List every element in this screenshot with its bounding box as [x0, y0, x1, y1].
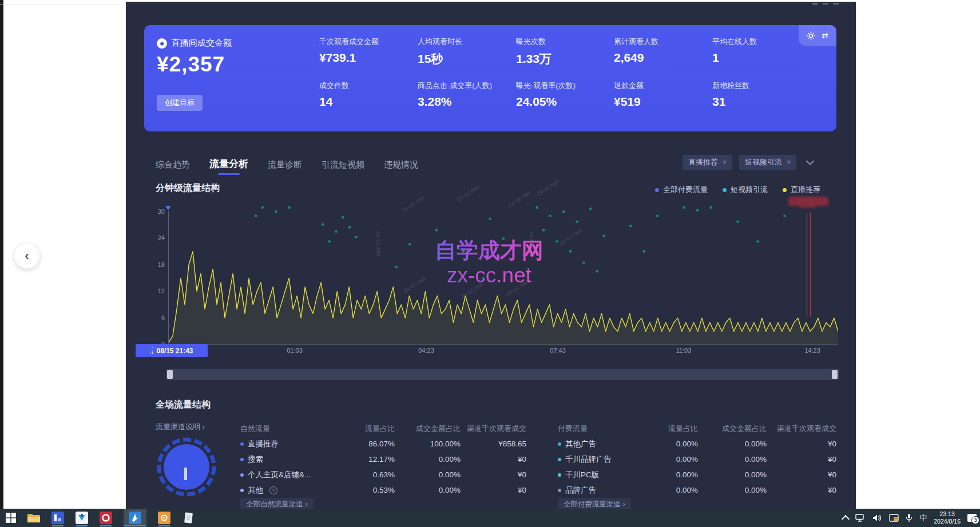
tab-traffic-analysis[interactable]: 流量分析: [209, 157, 248, 175]
y-tick: 18: [148, 261, 165, 268]
app-l1-icon[interactable]: [51, 512, 64, 524]
table-row[interactable]: 品牌广告 0.00% 0.00% ¥0: [558, 482, 836, 498]
x-tick: 11:03: [664, 347, 704, 354]
graphics-tray-icon[interactable]: [889, 514, 899, 522]
time-range-slider[interactable]: [166, 369, 839, 380]
full-section-title: 全场流量结构: [156, 399, 211, 411]
table-row[interactable]: 搜索 12.17% 0.00% ¥0: [240, 452, 526, 467]
close-icon[interactable]: ×: [787, 158, 791, 166]
col-header: 流量占比: [338, 424, 395, 434]
traffic-donut-chart: [155, 434, 218, 500]
x-tick: 07:43: [538, 347, 578, 354]
table-row[interactable]: 千川品牌广告 0.00% 0.00% ¥0: [558, 452, 836, 467]
volume-icon[interactable]: [872, 514, 882, 522]
table-row[interactable]: 千川PC版 0.00% 0.00% ¥0: [558, 467, 836, 482]
chevron-left-icon: ‹: [25, 249, 29, 264]
gmv-value: ¥2,357: [157, 53, 225, 77]
x-tick: 04:23: [406, 347, 446, 354]
metric: 累计观看人数2,649: [614, 37, 712, 67]
metric: 曝光-观看率(次数)24.05%: [516, 81, 614, 109]
app-meeting-icon[interactable]: [76, 512, 88, 524]
ime-indicator[interactable]: 中: [919, 513, 927, 523]
info-icon[interactable]: ?: [269, 486, 277, 494]
x-tick: 14:23: [792, 347, 832, 354]
col-header: 成交金额占比: [395, 424, 461, 434]
analytics-window: ◆ 直播间成交金额 ¥2,357 创建目标 千次观看成交金额¥739.1 人均观…: [126, 2, 856, 509]
file-explorer-icon[interactable]: [27, 512, 40, 524]
clock[interactable]: 23:13 2024/8/16: [934, 510, 961, 525]
system-tray: 中 23:13 2024/8/16 3: [843, 509, 977, 527]
legend-short-video[interactable]: 短视频引流: [723, 185, 768, 195]
red-annotation-tail: [799, 205, 816, 208]
chip-short-video[interactable]: 短视频引流 ×: [739, 155, 796, 170]
table-row[interactable]: 其他广告 0.00% 0.00% ¥0: [558, 436, 836, 452]
taskbar: 中 23:13 2024/8/16 3: [0, 509, 980, 527]
notepad-icon[interactable]: [182, 512, 195, 524]
tab-overall-trend[interactable]: 综合趋势: [156, 159, 190, 175]
window-controls[interactable]: [812, 3, 839, 5]
close-icon[interactable]: ×: [723, 158, 727, 166]
gmv-icon: ◆: [157, 38, 167, 49]
col-header: 自然流量: [240, 424, 338, 434]
table-row[interactable]: 个人主页&店铺&... 0.63% 0.00% ¥0: [240, 467, 526, 482]
x-axis-start-badge: 08/15 21:43: [136, 344, 208, 357]
col-header: 渠道千次观看成交: [461, 424, 526, 434]
watermark-tile: zx-cc.net: [535, 178, 560, 197]
app-opera-icon[interactable]: [100, 512, 112, 524]
network-display-icon[interactable]: [855, 513, 866, 522]
y-tick: 24: [148, 234, 165, 241]
clock-time: 23:13: [934, 510, 961, 518]
tab-bar: 综合趋势 流量分析 流量诊断 引流短视频 违规情况: [156, 157, 418, 175]
card-tools: ⇄: [799, 25, 836, 46]
chart-legend: 全部付费流量 短视频引流 直播推荐: [655, 185, 820, 195]
summary-card: ◆ 直播间成交金额 ¥2,357 创建目标 千次观看成交金额¥739.1 人均观…: [144, 25, 836, 131]
metric: 成交件数14: [319, 81, 418, 109]
app-orange-icon[interactable]: [158, 512, 170, 524]
chip-live-recommend[interactable]: 直播推荐 ×: [683, 155, 732, 170]
metric: 平均在线人数1: [712, 37, 811, 67]
left-edge-strip: [0, 0, 3, 509]
watermark-tile: zx-cc.net: [455, 183, 480, 203]
legend-live-recommend[interactable]: 直播推荐: [783, 185, 820, 195]
microphone-icon[interactable]: [906, 513, 912, 522]
slider-handle-left[interactable]: [167, 370, 173, 379]
y-tick: 12: [148, 288, 165, 294]
table-row[interactable]: 直播推荐 86.07% 100.00% ¥858.65: [240, 436, 526, 452]
x-tick: 01:03: [275, 347, 315, 354]
y-tick: 30: [148, 208, 165, 215]
summary-card-title-row: ◆ 直播间成交金额: [157, 38, 232, 49]
tab-violations[interactable]: 违规情况: [384, 159, 418, 175]
metric: 曝光次数1.33万: [516, 37, 614, 67]
metric-grid: 千次观看成交金额¥739.1 人均观看时长15秒 曝光次数1.33万 累计观看人…: [319, 37, 811, 109]
channel-help-link[interactable]: 流量渠道说明 ›: [156, 422, 205, 432]
tab-traffic-diagnosis[interactable]: 流量诊断: [268, 159, 302, 175]
metric: 新增粉丝数31: [712, 81, 811, 109]
table-row[interactable]: 其他? 0.53% 0.00% ¥0: [240, 482, 526, 498]
create-goal-button[interactable]: 创建目标: [157, 95, 203, 111]
red-annotation: [788, 197, 828, 206]
slider-handle-right[interactable]: [832, 370, 838, 379]
back-button[interactable]: ‹: [14, 243, 39, 269]
filter-chips: 直播推荐 × 短视频引流 ×: [683, 155, 817, 170]
desktop: ‹ ◆ 直播间成交金额 ¥2,357 创建目标 千次观看成交金额¥739.1 人…: [0, 0, 980, 527]
natural-traffic-table: 自然流量 流量占比 成交金额占比 渠道千次观看成交 直播推荐 86.07% 10…: [240, 421, 526, 498]
watermark-tile: zx-cc.net: [529, 231, 535, 256]
tray-expand-icon[interactable]: [842, 515, 850, 523]
col-header: 成交金额占比: [698, 424, 767, 434]
swap-icon[interactable]: ⇄: [822, 31, 828, 40]
right-margin: [856, 0, 980, 509]
clock-date: 2024/8/16: [934, 518, 961, 525]
metric: 商品点击-成交率(人数)3.28%: [418, 81, 516, 109]
tab-short-video[interactable]: 引流短视频: [322, 159, 364, 175]
watermark-tile: zx-cc.net: [375, 231, 382, 256]
grip-icon: [150, 348, 153, 354]
start-button[interactable]: [6, 513, 16, 523]
gear-icon[interactable]: [807, 31, 815, 40]
col-header: 渠道千次观看成交: [767, 424, 836, 434]
legend-paid[interactable]: 全部付费流量: [655, 185, 708, 195]
app-browser-icon[interactable]: [124, 509, 146, 526]
y-tick: 6: [148, 314, 165, 321]
summary-card-title: 直播间成交金额: [172, 38, 232, 49]
notification-icon[interactable]: 3: [967, 514, 977, 522]
chevron-down-icon[interactable]: [803, 156, 817, 169]
